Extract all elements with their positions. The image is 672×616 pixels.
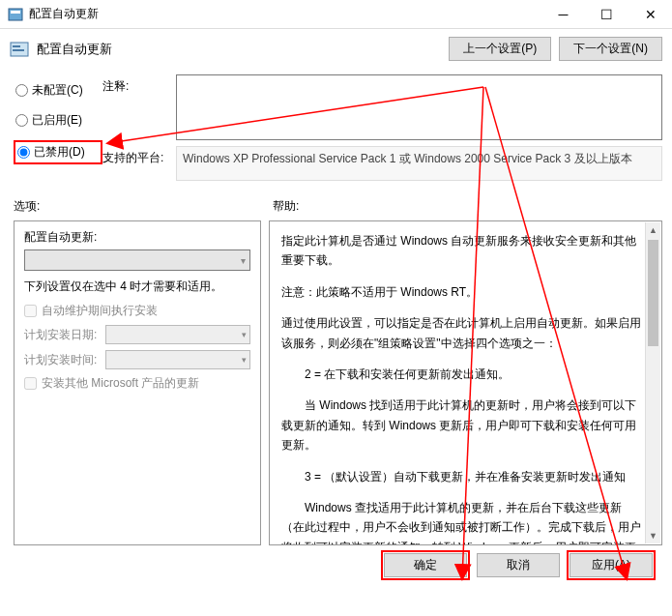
options-note: 下列设置仅在选中 4 时才需要和适用。 bbox=[24, 279, 250, 295]
radio-label: 已禁用(D) bbox=[34, 144, 85, 161]
help-p3: 通过使用此设置，可以指定是否在此计算机上启用自动更新。如果启用该服务，则必须在"… bbox=[281, 313, 644, 353]
platform-label: 支持的平台: bbox=[102, 146, 176, 166]
other-ms-checkbox[interactable]: 安装其他 Microsoft 产品的更新 bbox=[24, 375, 250, 392]
help-section-label: 帮助: bbox=[273, 198, 299, 215]
help-p2: 注意：此策略不适用于 Windows RT。 bbox=[281, 282, 644, 302]
help-p7: Windows 查找适用于此计算机的更新，并在后台下载这些更新（在此过程中，用户… bbox=[281, 498, 644, 545]
schedule-date-label: 计划安装日期: bbox=[24, 327, 105, 343]
radio-label: 已启用(E) bbox=[32, 112, 82, 129]
apply-button[interactable]: 应用(A) bbox=[570, 553, 653, 577]
radio-label: 未配置(C) bbox=[32, 82, 83, 99]
prev-setting-button[interactable]: 上一个设置(P) bbox=[449, 37, 551, 61]
help-p5: 当 Windows 找到适用于此计算机的更新时，用户将会接到可以下载更新的通知。… bbox=[281, 396, 644, 455]
header: 配置自动更新 上一个设置(P) 下一个设置(N) bbox=[0, 29, 672, 69]
dialog-footer: 确定 取消 应用(A) bbox=[14, 545, 662, 577]
ok-button[interactable]: 确定 bbox=[384, 553, 467, 577]
help-p4: 2 = 在下载和安装任何更新前发出通知。 bbox=[281, 365, 644, 384]
config-update-label: 配置自动更新: bbox=[24, 229, 250, 246]
policy-icon bbox=[10, 40, 29, 59]
config-update-select[interactable]: ▾ bbox=[24, 249, 250, 271]
schedule-time-select[interactable]: ▾ bbox=[105, 350, 250, 369]
radio-disabled[interactable]: 已禁用(D) bbox=[14, 140, 102, 164]
radio-enabled-input[interactable] bbox=[15, 114, 28, 127]
other-ms-input bbox=[24, 377, 37, 390]
svg-rect-4 bbox=[13, 49, 24, 51]
schedule-date-select[interactable]: ▾ bbox=[105, 325, 250, 344]
close-button[interactable]: ✕ bbox=[628, 0, 672, 29]
help-text: 指定此计算机是否通过 Windows 自动更新服务来接收安全更新和其他重要下载。… bbox=[279, 229, 659, 545]
comment-label: 注释: bbox=[102, 74, 176, 95]
help-p1: 指定此计算机是否通过 Windows 自动更新服务来接收安全更新和其他重要下载。 bbox=[281, 231, 644, 271]
help-p6: 3 = （默认设置）自动下载更新，并在准备安装更新时发出通知 bbox=[281, 467, 644, 486]
help-pane: 指定此计算机是否通过 Windows 自动更新服务来接收安全更新和其他重要下载。… bbox=[269, 220, 662, 545]
scroll-thumb[interactable] bbox=[648, 240, 658, 346]
schedule-time-label: 计划安装时间: bbox=[24, 352, 105, 368]
page-title: 配置自动更新 bbox=[37, 41, 449, 58]
schedule-time-row: 计划安装时间: ▾ bbox=[24, 350, 250, 369]
auto-maint-checkbox[interactable]: 自动维护期间执行安装 bbox=[24, 303, 250, 319]
window-title: 配置自动更新 bbox=[29, 6, 541, 22]
other-ms-label: 安装其他 Microsoft 产品的更新 bbox=[42, 375, 199, 392]
svg-rect-3 bbox=[13, 45, 20, 47]
svg-rect-0 bbox=[9, 9, 22, 20]
maximize-button[interactable]: ☐ bbox=[585, 0, 628, 29]
options-section-label: 选项: bbox=[14, 198, 273, 215]
comment-textarea[interactable] bbox=[176, 74, 662, 140]
scroll-up-icon[interactable]: ▲ bbox=[646, 222, 660, 238]
radio-enabled[interactable]: 已启用(E) bbox=[14, 110, 102, 131]
chevron-down-icon: ▾ bbox=[242, 330, 247, 339]
cancel-button[interactable]: 取消 bbox=[477, 553, 560, 577]
chevron-down-icon: ▾ bbox=[241, 255, 246, 266]
next-setting-button[interactable]: 下一个设置(N) bbox=[559, 37, 662, 61]
supported-platform-text: Windows XP Professional Service Pack 1 或… bbox=[176, 146, 662, 181]
svg-rect-1 bbox=[11, 11, 20, 14]
minimize-button[interactable]: ─ bbox=[541, 0, 585, 29]
auto-maint-label: 自动维护期间执行安装 bbox=[42, 303, 158, 319]
radio-disabled-input[interactable] bbox=[17, 146, 30, 159]
app-icon bbox=[8, 7, 23, 22]
auto-maint-input bbox=[24, 305, 37, 317]
radio-not-configured[interactable]: 未配置(C) bbox=[14, 80, 102, 101]
titlebar: 配置自动更新 ─ ☐ ✕ bbox=[0, 0, 672, 29]
chevron-down-icon: ▾ bbox=[242, 355, 247, 365]
radio-not-configured-input[interactable] bbox=[15, 84, 28, 97]
scroll-down-icon[interactable]: ▼ bbox=[646, 528, 660, 543]
schedule-date-row: 计划安装日期: ▾ bbox=[24, 325, 250, 344]
help-scrollbar[interactable]: ▲ ▼ bbox=[645, 222, 660, 543]
state-radio-group: 未配置(C) 已启用(E) 已禁用(D) bbox=[14, 74, 102, 174]
options-pane: 配置自动更新: ▾ 下列设置仅在选中 4 时才需要和适用。 自动维护期间执行安装… bbox=[14, 220, 261, 545]
